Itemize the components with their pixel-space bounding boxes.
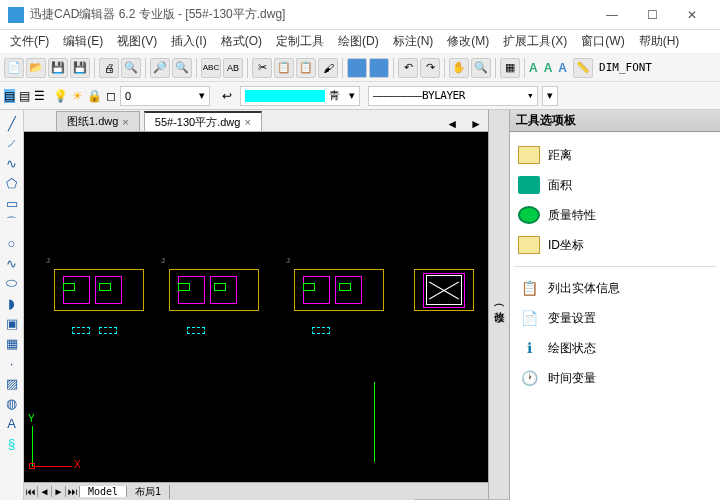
- zoomw-icon[interactable]: 🔍: [471, 58, 491, 78]
- earc-icon[interactable]: ◗: [3, 294, 21, 312]
- line-icon[interactable]: ╱: [3, 114, 21, 132]
- block-icon[interactable]: ▣: [3, 314, 21, 332]
- model-canvas[interactable]: J J J: [24, 132, 488, 482]
- text-icon[interactable]: A: [3, 414, 21, 432]
- save-icon[interactable]: 💾: [48, 58, 68, 78]
- divider: [514, 266, 716, 267]
- print-icon[interactable]: 🖨: [99, 58, 119, 78]
- palette-status[interactable]: ℹ绘图状态: [514, 333, 716, 363]
- prop-icon[interactable]: [347, 58, 367, 78]
- square-icon[interactable]: ◻: [106, 89, 116, 103]
- linetype-combo[interactable]: ———————— BYLAYER▾: [368, 86, 538, 106]
- color-combo[interactable]: 青▾: [240, 86, 360, 106]
- cut-icon[interactable]: ✂: [252, 58, 272, 78]
- separator: [342, 58, 343, 78]
- layer2-icon[interactable]: ▤: [19, 89, 30, 103]
- menu-ext[interactable]: 扩展工具(X): [497, 31, 573, 52]
- pline-icon[interactable]: ∿: [3, 154, 21, 172]
- match-icon[interactable]: 🖌: [318, 58, 338, 78]
- palette-id[interactable]: ID坐标: [514, 230, 716, 260]
- ellipse-icon[interactable]: ⬭: [3, 274, 21, 292]
- palette-distance[interactable]: 距离: [514, 140, 716, 170]
- new-icon[interactable]: 📄: [4, 58, 24, 78]
- palette-area[interactable]: 面积: [514, 170, 716, 200]
- text-a2-icon[interactable]: A: [544, 61, 553, 75]
- undo-icon[interactable]: ↶: [398, 58, 418, 78]
- tab-2[interactable]: 55#-130平方.dwg×: [144, 111, 262, 131]
- layout-next-icon[interactable]: ►: [52, 486, 66, 497]
- polygon-icon[interactable]: ⬠: [3, 174, 21, 192]
- ab-icon[interactable]: AB: [223, 58, 243, 78]
- close-tab-icon[interactable]: ×: [122, 116, 128, 128]
- spline-icon[interactable]: ∿: [3, 254, 21, 272]
- menu-file[interactable]: 文件(F): [4, 31, 55, 52]
- bulb-icon[interactable]: 💡: [53, 89, 68, 103]
- layout-prev-icon[interactable]: ◄: [38, 486, 52, 497]
- text-a-icon[interactable]: A: [529, 61, 538, 75]
- var-icon: 📄: [518, 309, 540, 327]
- point-icon[interactable]: ·: [3, 354, 21, 372]
- menu-custom[interactable]: 定制工具: [270, 31, 330, 52]
- prop2-icon[interactable]: [369, 58, 389, 78]
- main-area: ╱ ⟋ ∿ ⬠ ▭ ⌒ ○ ∿ ⬭ ◗ ▣ ▦ · ▨ ◍ A § 图纸1.dw…: [0, 110, 720, 500]
- menu-view[interactable]: 视图(V): [111, 31, 163, 52]
- tool1-icon[interactable]: ▦: [500, 58, 520, 78]
- palette-mass[interactable]: 质量特性: [514, 200, 716, 230]
- palette-time[interactable]: 🕐时间变量: [514, 363, 716, 393]
- sun-icon[interactable]: ☀: [72, 89, 83, 103]
- sidetab-modify[interactable]: 修改(: [490, 110, 509, 500]
- menu-draw[interactable]: 绘图(D): [332, 31, 385, 52]
- separator: [196, 58, 197, 78]
- window-title: 迅捷CAD编辑器 6.2 专业版 - [55#-130平方.dwg]: [30, 6, 592, 23]
- menu-window[interactable]: 窗口(W): [575, 31, 630, 52]
- block2-icon[interactable]: ▦: [3, 334, 21, 352]
- lock-icon[interactable]: 🔒: [87, 89, 102, 103]
- layout-last-icon[interactable]: ⏭: [66, 486, 80, 497]
- helix-icon[interactable]: §: [3, 434, 21, 452]
- find-icon[interactable]: 🔎: [150, 58, 170, 78]
- layer1-icon[interactable]: ▤: [4, 89, 15, 103]
- rect-icon[interactable]: ▭: [3, 194, 21, 212]
- text-a3-icon[interactable]: A: [558, 61, 567, 75]
- paste-icon[interactable]: 📋: [296, 58, 316, 78]
- layer3-icon[interactable]: ☰: [34, 89, 45, 103]
- saveall-icon[interactable]: 💾: [70, 58, 90, 78]
- layout-first-icon[interactable]: ⏮: [24, 486, 38, 497]
- menu-insert[interactable]: 插入(I): [165, 31, 212, 52]
- xline-icon[interactable]: ⟋: [3, 134, 21, 152]
- separator: [444, 58, 445, 78]
- circle-icon[interactable]: ○: [3, 234, 21, 252]
- redo-icon[interactable]: ↷: [420, 58, 440, 78]
- menu-modify[interactable]: 修改(M): [441, 31, 495, 52]
- font-combo[interactable]: DIM_FONT: [599, 61, 652, 74]
- close-button[interactable]: ✕: [672, 1, 712, 29]
- minimize-button[interactable]: —: [592, 1, 632, 29]
- region-icon[interactable]: ◍: [3, 394, 21, 412]
- arc-icon[interactable]: ⌒: [3, 214, 21, 232]
- copy-icon[interactable]: 📋: [274, 58, 294, 78]
- separator: [393, 58, 394, 78]
- zoom-icon[interactable]: 🔍: [172, 58, 192, 78]
- palette-setvar[interactable]: 📄变量设置: [514, 303, 716, 333]
- menu-format[interactable]: 格式(O): [215, 31, 268, 52]
- layout-1[interactable]: 布局1: [127, 485, 170, 499]
- layer-combo[interactable]: 0▾: [120, 86, 210, 106]
- tab-1[interactable]: 图纸1.dwg×: [56, 111, 140, 131]
- layout-model[interactable]: Model: [80, 486, 127, 497]
- ruler-icon[interactable]: 📏: [573, 58, 593, 78]
- draw-toolbar: ╱ ⟋ ∿ ⬠ ▭ ⌒ ○ ∿ ⬭ ◗ ▣ ▦ · ▨ ◍ A §: [0, 110, 24, 500]
- menu-edit[interactable]: 编辑(E): [57, 31, 109, 52]
- spell-icon[interactable]: ABC: [201, 58, 221, 78]
- close-tab-icon[interactable]: ×: [244, 116, 250, 128]
- hatch-icon[interactable]: ▨: [3, 374, 21, 392]
- open-icon[interactable]: 📂: [26, 58, 46, 78]
- maximize-button[interactable]: ☐: [632, 1, 672, 29]
- pan-icon[interactable]: ✋: [449, 58, 469, 78]
- preview-icon[interactable]: 🔍: [121, 58, 141, 78]
- titlebar: 迅捷CAD编辑器 6.2 专业版 - [55#-130平方.dwg] — ☐ ✕: [0, 0, 720, 30]
- layerprev-icon[interactable]: ↩: [222, 89, 232, 103]
- menu-dim[interactable]: 标注(N): [387, 31, 440, 52]
- menu-help[interactable]: 帮助(H): [633, 31, 686, 52]
- lineweight-combo[interactable]: ▾: [542, 86, 558, 106]
- palette-list[interactable]: 📋列出实体信息: [514, 273, 716, 303]
